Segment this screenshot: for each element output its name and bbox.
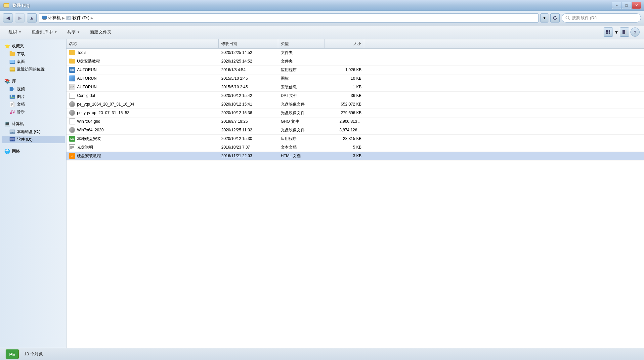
titlebar-title: 软件 (D:) xyxy=(12,2,29,8)
maximize-button[interactable]: □ xyxy=(622,2,631,9)
sidebar-header-computer[interactable]: 💻 计算机 xyxy=(2,120,65,128)
path-software-d[interactable]: 软件 (D:) xyxy=(66,15,89,21)
file-date: 2019/9/7 19:25 xyxy=(221,119,248,124)
share-label: 共享 xyxy=(67,29,76,35)
desktop-folder-icon xyxy=(10,59,15,64)
view-icon xyxy=(606,30,611,34)
table-row[interactable]: pe_yqs_xp_20_07_31_15_53 2020/10/12 15:3… xyxy=(66,109,644,117)
svg-rect-26 xyxy=(10,102,13,107)
file-date-cell: 2016/1/8 4:54 xyxy=(219,68,278,72)
address-dropdown-button[interactable]: ▼ xyxy=(540,13,548,22)
file-name-cell: EX AUTORUN xyxy=(66,67,219,73)
table-row[interactable]: Win7x64.gho 2019/9/7 19:25 GHO 文件 2,900,… xyxy=(66,117,644,126)
file-date-cell: 2020/12/25 11:32 xyxy=(219,128,278,132)
file-type-cell: 光盘映像文件 xyxy=(278,110,324,116)
svg-rect-13 xyxy=(606,32,608,34)
minimize-button[interactable]: － xyxy=(612,2,621,9)
col-header-date[interactable]: 修改日期 xyxy=(219,39,278,48)
file-date-cell: 2020/10/12 15:42 xyxy=(219,93,278,98)
sidebar-item-desktop[interactable]: 桌面 xyxy=(2,58,65,66)
sidebar-item-pictures[interactable]: 图片 xyxy=(2,93,65,101)
share-button[interactable]: 共享 ▼ xyxy=(63,27,84,37)
sidebar-header-favorites[interactable]: ⭐ 收藏夹 xyxy=(2,42,65,50)
file-size-cell: 5 KB xyxy=(324,145,364,150)
table-row[interactable]: e 硬盘安装教程 2016/11/21 22:03 HTML 文档 3 KB xyxy=(66,152,644,160)
table-row[interactable]: AUTORUN 2015/5/10 2:45 图标 10 KB xyxy=(66,74,644,83)
search-box[interactable] xyxy=(562,13,641,22)
file-date: 2020/10/12 15:41 xyxy=(221,102,252,107)
file-date: 2016/1/8 4:54 xyxy=(221,68,245,72)
table-row[interactable]: INF AUTORUN 2015/5/10 2:45 安装信息 1 KB xyxy=(66,83,644,92)
back-button[interactable]: ◀ xyxy=(3,13,13,22)
preview-icon xyxy=(622,30,627,34)
computer-icon: 💻 xyxy=(4,121,10,126)
col-header-name[interactable]: 名称 xyxy=(66,39,219,48)
file-name: 光盘说明 xyxy=(77,145,93,150)
file-name: pe_yqs_1064_20_07_31_16_04 xyxy=(77,102,134,107)
file-type: 图标 xyxy=(281,76,289,81)
preview-pane-button[interactable] xyxy=(620,27,629,37)
sidebar-section-network: 🌐 网络 xyxy=(2,147,65,156)
file-name: 硬盘安装教程 xyxy=(77,153,101,159)
new-folder-button[interactable]: 新建文件夹 xyxy=(86,27,116,37)
table-row[interactable]: Config.dat 2020/10/12 15:42 DAT 文件 36 KB xyxy=(66,92,644,100)
music-label: 音乐 xyxy=(17,109,25,115)
sidebar-section-favorites: ⭐ 收藏夹 下载 桌面 最近访问的位置 xyxy=(2,42,65,73)
file-size-cell: 1,926 KB xyxy=(324,68,364,72)
file-name-cell: Config.dat xyxy=(66,93,219,99)
svg-point-7 xyxy=(68,18,69,19)
table-row[interactable]: EX AUTORUN 2016/1/8 4:54 应用程序 1,926 KB xyxy=(66,66,644,74)
search-input[interactable] xyxy=(572,16,637,20)
file-date-cell: 2020/10/12 15:36 xyxy=(219,111,278,115)
svg-point-32 xyxy=(10,112,12,114)
svg-rect-16 xyxy=(625,30,626,34)
sidebar-item-recent[interactable]: 最近访问的位置 xyxy=(2,66,65,73)
table-row[interactable]: Tools 2020/12/25 14:52 文件夹 xyxy=(66,49,644,57)
file-size: 1,926 KB xyxy=(345,68,362,72)
svg-rect-3 xyxy=(43,19,46,20)
col-header-type[interactable]: 类型 xyxy=(278,39,324,48)
sidebar-item-documents[interactable]: 文档 xyxy=(2,101,65,108)
close-button[interactable]: ✕ xyxy=(632,2,641,9)
forward-button[interactable]: ▶ xyxy=(15,13,25,22)
view-button[interactable] xyxy=(604,27,613,37)
share-dropdown-icon: ▼ xyxy=(77,30,80,34)
up-button[interactable]: ▲ xyxy=(27,13,37,22)
svg-rect-20 xyxy=(10,68,15,70)
file-type-cell: 图标 xyxy=(278,76,324,81)
path-software-d-label: 软件 (D:) xyxy=(72,15,89,21)
sidebar-item-local-c[interactable]: 本地磁盘 (C:) xyxy=(2,128,65,136)
table-row[interactable]: 光盘说明 2016/10/23 7:07 文本文档 5 KB xyxy=(66,143,644,152)
address-path: 计算机 ▶ 软件 (D:) ▶ xyxy=(39,13,538,22)
sidebar-header-library[interactable]: 📚 库 xyxy=(2,77,65,85)
file-date: 2020/12/25 14:52 xyxy=(221,59,252,64)
file-name: pe_yqs_xp_20_07_31_15_53 xyxy=(77,111,129,115)
sidebar-item-videos[interactable]: 视频 xyxy=(2,85,65,93)
sidebar-item-downloads[interactable]: 下载 xyxy=(2,50,65,58)
table-row[interactable]: Win7x64_2020 2020/12/25 11:32 光盘映像文件 3,8… xyxy=(66,126,644,135)
sidebar-item-music[interactable]: 音乐 xyxy=(2,108,65,116)
file-size-cell: 36 KB xyxy=(324,93,364,98)
path-computer[interactable]: 计算机 xyxy=(42,15,61,21)
file-name: U盘安装教程 xyxy=(77,59,100,64)
file-date: 2020/12/25 14:52 xyxy=(221,50,252,55)
file-date: 2020/10/12 15:36 xyxy=(221,111,252,115)
help-button[interactable]: ? xyxy=(630,27,640,37)
file-name: Win7x64.gho xyxy=(77,119,100,124)
sidebar-header-network[interactable]: 🌐 网络 xyxy=(2,147,65,156)
col-header-size[interactable]: 大小 xyxy=(324,39,364,48)
file-type-cell: GHO 文件 xyxy=(278,119,324,124)
include-library-button[interactable]: 包含到库中 ▼ xyxy=(27,27,62,37)
file-date-cell: 2016/10/23 7:07 xyxy=(219,145,278,150)
file-size-cell: 10 KB xyxy=(324,76,364,81)
table-row[interactable]: EX 本地硬盘安装 2020/10/12 15:30 应用程序 28,315 K… xyxy=(66,135,644,143)
file-type: 文件夹 xyxy=(281,59,293,64)
sidebar-item-software-d[interactable]: 软件 (D:) xyxy=(2,136,65,143)
path-separator-1: ▶ xyxy=(62,16,65,20)
svg-rect-21 xyxy=(10,87,13,91)
table-row[interactable]: U盘安装教程 2020/12/25 14:52 文件夹 xyxy=(66,57,644,66)
file-type-cell: HTML 文档 xyxy=(278,153,324,159)
table-row[interactable]: pe_yqs_1064_20_07_31_16_04 2020/10/12 15… xyxy=(66,100,644,109)
organize-button[interactable]: 组织 ▼ xyxy=(4,27,26,37)
refresh-button[interactable] xyxy=(550,13,560,22)
